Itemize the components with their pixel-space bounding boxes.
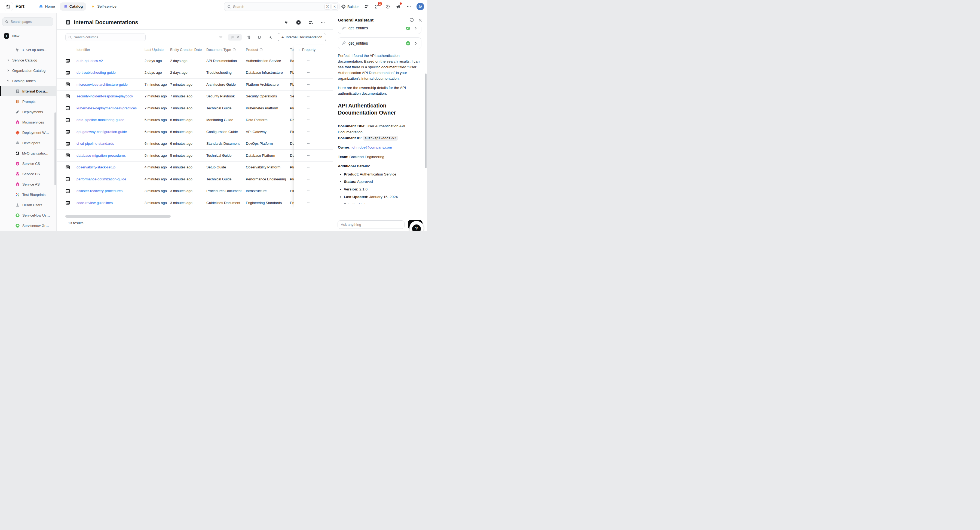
sidebar-tree-catalog-tables[interactable]: Catalog Tables <box>0 76 56 86</box>
owner-email-link[interactable]: john.doe@company.com <box>352 145 392 149</box>
clear-icon[interactable] <box>236 36 240 39</box>
entity-link[interactable]: observability-stack-setup <box>76 165 145 169</box>
entity-link[interactable]: db-troubleshooting-guide <box>76 70 145 75</box>
history-button[interactable] <box>385 3 391 10</box>
ask-input[interactable] <box>341 222 401 227</box>
entity-link[interactable]: performance-optimization-guide <box>76 177 145 181</box>
tab-self-service[interactable]: Self-service <box>88 2 120 11</box>
sidebar-item-deployments[interactable]: Deployments <box>0 107 56 117</box>
sidebar-search-input[interactable] <box>11 20 50 24</box>
sidebar-item-service-bs[interactable]: Service BS <box>0 169 56 179</box>
permissions-button[interactable] <box>307 19 314 25</box>
column-header-document-type[interactable]: Document Type <box>206 48 246 52</box>
team-field: Team: Backend Engineering <box>338 154 422 160</box>
row-menu-button[interactable] <box>305 70 312 76</box>
entity-link[interactable]: ci-cd-pipeline-standards <box>76 141 145 146</box>
sidebar-item-microservices[interactable]: Microservices <box>0 117 56 127</box>
sidebar-item-service-cs[interactable]: Service CS <box>0 158 56 169</box>
sidebar-item-test-blueprints[interactable]: Test Blueprints <box>0 189 56 200</box>
column-search[interactable] <box>65 33 146 41</box>
data-sources-button[interactable] <box>283 19 290 25</box>
row-menu-button[interactable] <box>305 141 312 147</box>
table-actions <box>218 34 274 41</box>
entity-link[interactable]: code-review-guidelines <box>76 201 145 205</box>
entity-link[interactable]: api-gateway-configuration-guide <box>76 130 145 134</box>
sidebar-item-prompts[interactable]: Prompts <box>0 96 56 107</box>
page-more-button[interactable] <box>320 19 326 25</box>
tab-catalog[interactable]: Catalog <box>60 2 86 11</box>
column-header-identifier[interactable]: Identifier <box>76 48 145 52</box>
download-button[interactable] <box>267 34 274 41</box>
user-avatar[interactable]: JA <box>417 3 424 10</box>
close-icon[interactable] <box>418 18 423 22</box>
cell-document-type: Standards Document <box>206 141 246 146</box>
tab-home[interactable]: Home <box>35 2 58 11</box>
sidebar-item-servicenow-us[interactable]: ServiceNow Us… <box>0 210 56 221</box>
ask-input-wrap[interactable] <box>337 221 404 229</box>
sidebar-search[interactable] <box>2 17 53 26</box>
add-entity-button[interactable]: + Internal Documentation <box>278 33 326 41</box>
sort-button[interactable] <box>246 34 252 41</box>
filter-button[interactable] <box>218 34 224 41</box>
new-button[interactable]: + New <box>0 30 56 41</box>
sidebar-tree-organization-catalog[interactable]: Organization Catalog <box>0 65 56 76</box>
row-menu-button[interactable] <box>305 200 312 206</box>
row-menu-button[interactable] <box>305 152 312 158</box>
row-menu-button[interactable] <box>305 117 312 123</box>
row-menu-button[interactable] <box>305 188 312 194</box>
assistant-title: General Assistant <box>338 18 374 22</box>
window-scrollbar[interactable] <box>425 73 426 168</box>
sidebar-item-developers[interactable]: Developers <box>0 138 56 148</box>
group-by-chip[interactable] <box>228 34 242 41</box>
reset-icon[interactable] <box>409 18 414 22</box>
tool-call-card[interactable]: get_entities <box>338 37 422 49</box>
entity-link[interactable]: microservices-architecture-guide <box>76 83 145 87</box>
announcements-button[interactable] <box>395 3 401 10</box>
row-menu-button[interactable] <box>305 81 312 87</box>
builder-button[interactable]: Builder <box>341 4 359 9</box>
sidebar-item-myorganizatio[interactable]: MyOrganizatio… <box>0 148 56 158</box>
cell-last-update: 2 days ago <box>145 70 170 75</box>
entity-link[interactable]: auth-api-docs-v2 <box>76 59 145 63</box>
tool-name: get_entities <box>348 41 368 46</box>
row-menu-button[interactable] <box>305 176 312 182</box>
chevron-right-icon[interactable] <box>414 41 418 45</box>
tasks-button[interactable]: 2 <box>374 3 380 10</box>
port-logo[interactable] <box>4 2 13 11</box>
more-menu-button[interactable] <box>406 3 412 10</box>
column-header-product[interactable]: Product <box>246 48 290 52</box>
row-menu-button[interactable] <box>305 129 312 135</box>
global-search[interactable]: ⌘ K <box>224 2 339 11</box>
sidebar-item-deployment-w[interactable]: Deployment W… <box>0 127 56 138</box>
global-search-input[interactable] <box>233 5 323 9</box>
add-property-button[interactable]: + Property <box>294 44 332 55</box>
tool-call-card-partial[interactable]: get_entities <box>338 27 422 34</box>
entity-link[interactable]: data-pipeline-monitoring-guide <box>76 118 145 122</box>
port-icon <box>15 151 20 156</box>
sidebar-tree-service-catalog[interactable]: Service Catalog <box>0 55 56 65</box>
sidebar-item-hibob-users[interactable]: HiBob Users <box>0 200 56 210</box>
entity-link[interactable]: database-migration-procedures <box>76 154 145 157</box>
entity-link[interactable]: security-incident-response-playbook <box>76 94 145 98</box>
entity-link[interactable]: kubernetes-deployment-best-practices <box>76 106 145 110</box>
entity-link[interactable]: disaster-recovery-procedures <box>76 189 145 193</box>
sidebar-item-internal-docu[interactable]: Internal Docu… <box>0 86 56 96</box>
row-dots-icon <box>307 177 310 181</box>
row-menu-button[interactable] <box>305 93 312 99</box>
invite-users-button[interactable] <box>363 3 369 10</box>
sidebar-item-service-as[interactable]: Service AS <box>0 179 56 189</box>
entity-type-icon <box>65 176 76 181</box>
sidebar-item-label: Service BS <box>22 172 40 176</box>
sidebar-item-servicenow-gr[interactable]: Servicenow Gr… <box>0 221 56 231</box>
column-search-input[interactable] <box>74 35 143 39</box>
sidebar-scrollbar[interactable] <box>54 113 56 185</box>
row-menu-button[interactable] <box>305 164 312 170</box>
copy-button[interactable] <box>256 34 263 41</box>
tour-button[interactable] <box>295 19 302 25</box>
horizontal-scrollbar[interactable] <box>65 215 171 217</box>
row-menu-button[interactable] <box>305 58 312 63</box>
column-header-entity-creation-date[interactable]: Entity Creation Date <box>170 48 206 52</box>
sidebar-tree-3-set-up-auto[interactable]: 3. Set up auto… <box>0 44 56 55</box>
row-menu-button[interactable] <box>305 105 312 111</box>
column-header-last-update[interactable]: Last Update <box>145 48 170 52</box>
